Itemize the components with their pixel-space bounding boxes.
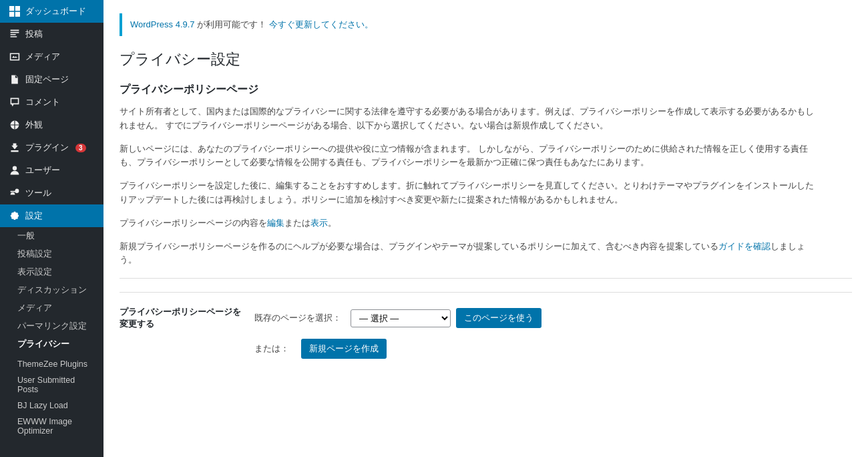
plugins-badge: 3 [75,144,86,152]
form-row-select: プライバシーポリシーページを 変更する 既存のページを選択： — 選択 — この… [120,306,852,330]
submenu-general[interactable]: 一般 [0,227,103,245]
content-para5: 新規プライバシーポリシーページを作るのにヘルプが必要な場合は、プラグインやテーマ… [120,240,821,268]
sidebar-item-ewww[interactable]: EWWW Image Optimizer [0,414,103,439]
guide-link[interactable]: ガイドを確認 [718,241,771,251]
content-para3: プライバシーポリシーを設定した後に、編集することをおすすめします。折に触れてプラ… [120,179,821,207]
content-para4: プライバシーポリシーページの内容を編集または表示。 [120,216,821,231]
sidebar-item-plugins[interactable]: プラグイン 3 [0,136,103,159]
plugins-group: ThemeZee Plugins User Submitted Posts BJ… [0,353,103,442]
update-notice: WordPress 4.9.7 が利用可能です！ 今すぐ更新してください。 [120,13,852,36]
submenu-writing[interactable]: 投稿設定 [0,245,103,263]
form-section: プライバシーポリシーページを 変更する 既存のページを選択： — 選択 — この… [120,292,852,358]
update-now-link[interactable]: 今すぐ更新してください。 [269,19,373,29]
sidebar-item-themezee[interactable]: ThemeZee Plugins [0,356,103,372]
sidebar-item-dashboard[interactable]: ダッシュボード [0,0,103,23]
submenu-permalink[interactable]: パーマリンク設定 [0,317,103,335]
svg-rect-2 [9,12,14,17]
submenu-media[interactable]: メディア [0,299,103,317]
svg-point-6 [13,166,17,170]
sidebar-item-users[interactable]: ユーザー [0,159,103,182]
form-controls-select: 既存のページを選択： — 選択 — このページを使う [254,308,541,328]
sidebar-item-media[interactable]: メディア [0,45,103,68]
submenu-reading[interactable]: 表示設定 [0,263,103,281]
svg-rect-3 [15,12,20,17]
or-text: または： [254,343,289,355]
main-content: WordPress 4.9.7 が利用可能です！ 今すぐ更新してください。 プラ… [103,0,868,457]
svg-rect-1 [15,6,20,11]
content-para1: サイト所有者として、国内または国際的なプライバシーに関する法律を遵守する必要があ… [120,105,821,133]
sidebar-item-appearance[interactable]: 外観 [0,114,103,136]
existing-label: 既存のページを選択： [254,312,341,324]
sidebar-item-bj-lazy[interactable]: BJ Lazy Load [0,398,103,414]
page-select-dropdown[interactable]: — 選択 — [351,309,451,327]
form-label: プライバシーポリシーページを 変更する [120,306,246,330]
create-page-button[interactable]: 新規ページを作成 [301,339,387,359]
sidebar-item-settings[interactable]: 設定 [0,204,103,227]
sidebar-item-posts[interactable]: 投稿 [0,23,103,45]
use-page-button[interactable]: このページを使う [456,308,541,328]
edit-policy-link[interactable]: 編集 [267,218,284,228]
sidebar: ダッシュボード 投稿 メディア 固定ページ コメント 外観 プラグイン 3 ユー… [0,0,103,457]
sidebar-item-user-submitted[interactable]: User Submitted Posts [0,372,103,398]
section-title: プライバシーポリシーページ [120,83,852,97]
svg-rect-0 [9,6,14,11]
divider [120,278,852,279]
form-row-create: または： 新規ページを作成 [246,339,852,359]
wp-version-link[interactable]: WordPress 4.9.7 [130,19,195,29]
page-title: プライバシー設定 [120,49,852,69]
submenu-discussion[interactable]: ディスカッション [0,281,103,299]
svg-rect-5 [11,150,18,152]
sidebar-item-pages[interactable]: 固定ページ [0,68,103,91]
sidebar-item-tools[interactable]: ツール [0,182,103,204]
submenu-privacy[interactable]: プライバシー [0,335,103,353]
content-para2: 新しいページには、あなたのプライバシーポリシーへの提供や役に立つ情報が含まれます… [120,142,821,170]
view-policy-link[interactable]: 表示 [310,218,328,228]
sidebar-item-comments[interactable]: コメント [0,91,103,114]
